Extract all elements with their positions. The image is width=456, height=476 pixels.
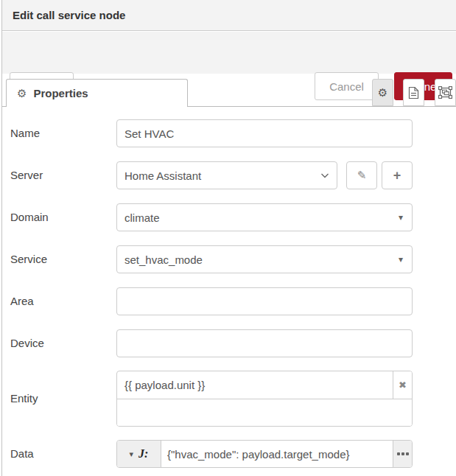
cancel-button[interactable]: Cancel (315, 72, 379, 100)
remove-entity-button[interactable]: ✖ (393, 371, 412, 399)
name-input[interactable] (116, 119, 413, 147)
document-icon (408, 86, 419, 99)
data-label: Data (10, 440, 34, 468)
device-label: Device (10, 329, 44, 357)
pencil-icon: ✎ (357, 169, 367, 182)
name-label: Name (10, 119, 40, 147)
data-value[interactable]: {"hvac_mode": payload.target_mode} (161, 441, 393, 467)
edit-server-button[interactable]: ✎ (346, 161, 377, 189)
dialog-title: Edit call service node (13, 0, 125, 31)
dialog-button-bar: Delete Cancel Done (2, 32, 456, 74)
domain-combobox[interactable]: climate ▾ (116, 203, 413, 231)
gear-icon: ⚙ (378, 86, 387, 99)
jsonata-expression-icon: J: (138, 447, 148, 461)
domain-value: climate (124, 211, 160, 224)
service-value: set_hvac_mode (124, 253, 203, 266)
close-icon: ✖ (399, 379, 407, 391)
entity-new-row (117, 399, 412, 426)
device-input[interactable] (116, 329, 413, 357)
tab-properties-label: Properties (33, 87, 88, 99)
chevron-down-icon (320, 173, 329, 178)
gear-icon: ⚙ (17, 87, 27, 100)
edit-dialog: Edit call service node Delete Cancel Don… (0, 0, 456, 476)
appearance-pane-button[interactable] (435, 79, 456, 106)
server-label: Server (10, 161, 43, 189)
dialog-header: Edit call service node (2, 0, 456, 31)
caret-down-icon: ▾ (130, 449, 134, 459)
description-pane-button[interactable] (403, 79, 424, 106)
area-label: Area (10, 287, 34, 315)
caret-down-icon: ▾ (399, 254, 404, 265)
data-type-button[interactable]: ▾ J: (117, 441, 161, 467)
domain-label: Domain (10, 203, 49, 231)
add-server-button[interactable]: + (382, 161, 413, 189)
server-select[interactable]: Home Assistant (116, 161, 337, 189)
tab-properties[interactable]: ⚙ Properties (6, 79, 188, 107)
entity-list: {{ payload.unit }} ✖ (116, 371, 413, 427)
entity-value[interactable]: {{ payload.unit }} (117, 371, 393, 399)
service-combobox[interactable]: set_hvac_mode ▾ (116, 245, 413, 273)
plus-icon: + (393, 168, 401, 183)
server-select-value: Home Assistant (124, 169, 201, 182)
object-group-icon (438, 86, 452, 99)
entity-list-item: {{ payload.unit }} ✖ (117, 371, 412, 399)
data-typed-input: ▾ J: {"hvac_mode": payload.target_mode} (116, 440, 413, 468)
caret-down-icon: ▾ (399, 212, 404, 223)
area-input[interactable] (116, 287, 413, 315)
properties-pane-button[interactable]: ⚙ (372, 79, 393, 106)
entity-new-input[interactable] (117, 399, 412, 426)
service-label: Service (10, 245, 47, 273)
entity-label: Entity (10, 385, 38, 413)
ellipsis-icon (397, 452, 400, 455)
expand-expression-button[interactable] (393, 441, 412, 467)
